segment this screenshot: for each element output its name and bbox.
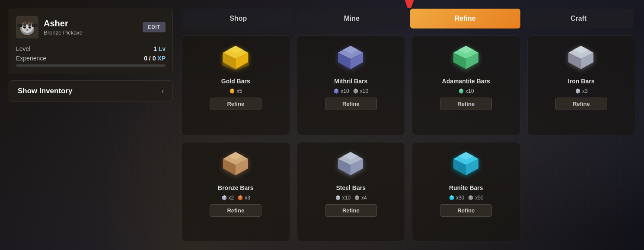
adamantite-bars-refine-button[interactable]: Refine: [440, 98, 492, 110]
gold-bars-name: Gold Bars: [221, 78, 250, 85]
runite-bars-ingredients: x30 x50: [449, 195, 484, 201]
left-panel: Asher Bronze Pickaxe EDIT Level 1 Lv Exp…: [9, 9, 173, 241]
inventory-toggle[interactable]: Show Inventory ‹: [9, 80, 173, 102]
runite-bars-icon: [449, 149, 483, 181]
xp-bar: [16, 64, 166, 67]
runite-bars-name: Runite Bars: [449, 184, 483, 191]
iron-ore-2-icon: [335, 195, 341, 201]
item-card-runite-bars: Runite Bars x30 x50: [412, 142, 520, 242]
ingredient-coal-2: x4: [354, 195, 367, 201]
coal-icon: [353, 88, 359, 94]
ingredient-runite-ore: x30: [449, 195, 464, 201]
gold-bars-icon: [218, 42, 253, 74]
runite-bars-refine-button[interactable]: Refine: [440, 204, 492, 217]
experience-row: Experience 0 / 0 XP: [16, 55, 166, 62]
coal-3-icon: [468, 195, 474, 201]
ingredient-iron-ore-2: x10: [335, 195, 351, 201]
profile-header: Asher Bronze Pickaxe EDIT: [16, 16, 166, 38]
bronze-bars-name: Bronze Bars: [218, 184, 253, 191]
gold-ore-icon: [229, 88, 235, 94]
profile-name: Asher: [44, 19, 137, 28]
item-card-mithril-bars: Mithril Bars x10 x10: [297, 35, 405, 135]
tab-shop[interactable]: Shop: [183, 9, 293, 28]
mithril-bars-refine-button[interactable]: Refine: [325, 98, 377, 110]
experience-value: 0 / 0 XP: [144, 55, 166, 62]
mithril-bars-name: Mithril Bars: [334, 78, 367, 85]
items-grid: Gold Bars x5 Refine: [182, 35, 635, 241]
adamantite-bars-name: Adamantite Bars: [442, 78, 490, 85]
iron-ore-icon: [575, 88, 581, 94]
ingredient-gold: x5: [229, 88, 242, 94]
adamantite-bars-icon: [449, 42, 483, 74]
arrow-indicator: [402, 0, 417, 9]
bronze-bars-icon: [218, 149, 253, 181]
bronze-bars-ingredients: x2 x3: [221, 195, 250, 201]
item-card-gold-bars: Gold Bars x5 Refine: [182, 35, 290, 135]
main-container: Asher Bronze Pickaxe EDIT Level 1 Lv Exp…: [0, 0, 644, 250]
nav-tabs: Shop Mine Refine Craft: [182, 9, 635, 28]
svg-point-13: [28, 23, 32, 26]
avatar: [16, 16, 38, 38]
item-card-adamantite-bars: Adamantite Bars x10 Refine: [412, 35, 520, 135]
item-card-steel-bars: Steel Bars x10 x4: [297, 142, 405, 242]
runite-ore-icon: [449, 195, 455, 201]
steel-bars-name: Steel Bars: [336, 184, 366, 191]
item-card-bronze-bars: Bronze Bars x2 x3: [182, 142, 290, 242]
svg-rect-14: [26, 24, 28, 25]
ingredient-coal: x10: [353, 88, 368, 94]
ingredient-adamantite-ore: x10: [458, 88, 474, 94]
steel-bars-icon: [334, 149, 368, 181]
ingredient-mithril-ore: x10: [333, 88, 349, 94]
mithril-ore-icon: [333, 88, 339, 94]
gold-bars-refine-button[interactable]: Refine: [210, 98, 261, 110]
nav-tabs-container: Shop Mine Refine Craft: [182, 9, 635, 28]
chevron-left-icon: ‹: [162, 87, 164, 95]
ingredient-coal-3: x50: [468, 195, 483, 201]
level-value: 1 Lv: [153, 45, 166, 52]
avatar-image: [17, 17, 38, 38]
bronze-bars-refine-button[interactable]: Refine: [210, 204, 261, 217]
experience-label: Experience: [16, 55, 46, 62]
tin-ore-icon: [237, 195, 243, 201]
adamantite-ore-icon: [458, 88, 464, 94]
iron-bars-icon: [564, 42, 599, 74]
coal-2-icon: [354, 195, 360, 201]
svg-point-12: [23, 23, 26, 26]
edit-button[interactable]: EDIT: [143, 22, 166, 32]
iron-bars-ingredients: x3: [575, 88, 588, 94]
adamantite-bars-ingredients: x10: [458, 88, 474, 94]
mithril-bars-ingredients: x10 x10: [333, 88, 368, 94]
tab-refine[interactable]: Refine: [410, 9, 520, 28]
mithril-bars-icon: [334, 42, 368, 74]
red-arrow-icon: [402, 0, 417, 8]
svg-point-9: [26, 29, 29, 31]
ingredient-copper-ore: x2: [221, 195, 234, 201]
gold-bars-ingredients: x5: [229, 88, 242, 94]
copper-ore-icon: [221, 195, 227, 201]
right-panel: Shop Mine Refine Craft: [182, 9, 635, 241]
inventory-label: Show Inventory: [18, 87, 73, 95]
steel-bars-ingredients: x10 x4: [335, 195, 367, 201]
svg-rect-4: [32, 24, 38, 27]
profile-info: Asher Bronze Pickaxe: [44, 19, 137, 36]
ingredient-tin-ore: x3: [237, 195, 250, 201]
svg-rect-3: [17, 24, 22, 27]
ingredient-iron-ore: x3: [575, 88, 588, 94]
level-label: Level: [16, 45, 30, 52]
item-card-iron-bars: Iron Bars x3 Refine: [527, 35, 636, 135]
iron-bars-refine-button[interactable]: Refine: [555, 98, 607, 110]
level-row: Level 1 Lv: [16, 45, 166, 52]
steel-bars-refine-button[interactable]: Refine: [325, 204, 377, 217]
profile-card: Asher Bronze Pickaxe EDIT Level 1 Lv Exp…: [9, 9, 173, 74]
iron-bars-name: Iron Bars: [568, 78, 594, 85]
tab-craft[interactable]: Craft: [524, 9, 634, 28]
profile-subtitle: Bronze Pickaxe: [44, 29, 137, 36]
tab-mine[interactable]: Mine: [297, 9, 407, 28]
